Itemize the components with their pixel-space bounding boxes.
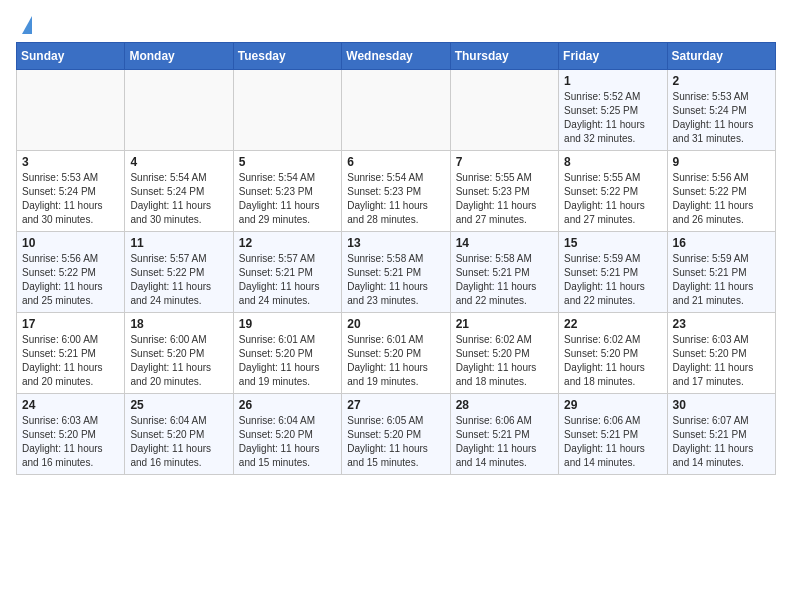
- day-info: Sunrise: 5:54 AM Sunset: 5:23 PM Dayligh…: [239, 171, 336, 227]
- day-info: Sunrise: 5:52 AM Sunset: 5:25 PM Dayligh…: [564, 90, 661, 146]
- calendar-cell: 10Sunrise: 5:56 AM Sunset: 5:22 PM Dayli…: [17, 232, 125, 313]
- calendar-cell: 13Sunrise: 5:58 AM Sunset: 5:21 PM Dayli…: [342, 232, 450, 313]
- day-number: 21: [456, 317, 553, 331]
- day-info: Sunrise: 6:03 AM Sunset: 5:20 PM Dayligh…: [22, 414, 119, 470]
- weekday-header-friday: Friday: [559, 43, 667, 70]
- calendar-cell: 5Sunrise: 5:54 AM Sunset: 5:23 PM Daylig…: [233, 151, 341, 232]
- calendar-cell: 4Sunrise: 5:54 AM Sunset: 5:24 PM Daylig…: [125, 151, 233, 232]
- calendar-cell: [233, 70, 341, 151]
- day-info: Sunrise: 6:03 AM Sunset: 5:20 PM Dayligh…: [673, 333, 770, 389]
- day-number: 27: [347, 398, 444, 412]
- day-info: Sunrise: 5:57 AM Sunset: 5:22 PM Dayligh…: [130, 252, 227, 308]
- calendar-cell: 28Sunrise: 6:06 AM Sunset: 5:21 PM Dayli…: [450, 394, 558, 475]
- day-number: 20: [347, 317, 444, 331]
- day-info: Sunrise: 6:04 AM Sunset: 5:20 PM Dayligh…: [239, 414, 336, 470]
- calendar-week-3: 10Sunrise: 5:56 AM Sunset: 5:22 PM Dayli…: [17, 232, 776, 313]
- day-info: Sunrise: 6:01 AM Sunset: 5:20 PM Dayligh…: [347, 333, 444, 389]
- calendar-cell: 1Sunrise: 5:52 AM Sunset: 5:25 PM Daylig…: [559, 70, 667, 151]
- calendar-week-1: 1Sunrise: 5:52 AM Sunset: 5:25 PM Daylig…: [17, 70, 776, 151]
- calendar-cell: 26Sunrise: 6:04 AM Sunset: 5:20 PM Dayli…: [233, 394, 341, 475]
- calendar-cell: 23Sunrise: 6:03 AM Sunset: 5:20 PM Dayli…: [667, 313, 775, 394]
- day-number: 2: [673, 74, 770, 88]
- day-number: 3: [22, 155, 119, 169]
- logo-triangle-icon: [22, 16, 32, 34]
- calendar-cell: 2Sunrise: 5:53 AM Sunset: 5:24 PM Daylig…: [667, 70, 775, 151]
- day-number: 19: [239, 317, 336, 331]
- calendar-cell: 16Sunrise: 5:59 AM Sunset: 5:21 PM Dayli…: [667, 232, 775, 313]
- calendar-cell: 24Sunrise: 6:03 AM Sunset: 5:20 PM Dayli…: [17, 394, 125, 475]
- day-number: 22: [564, 317, 661, 331]
- day-number: 11: [130, 236, 227, 250]
- calendar-cell: 19Sunrise: 6:01 AM Sunset: 5:20 PM Dayli…: [233, 313, 341, 394]
- day-info: Sunrise: 5:57 AM Sunset: 5:21 PM Dayligh…: [239, 252, 336, 308]
- day-number: 6: [347, 155, 444, 169]
- day-number: 9: [673, 155, 770, 169]
- day-number: 13: [347, 236, 444, 250]
- day-info: Sunrise: 6:01 AM Sunset: 5:20 PM Dayligh…: [239, 333, 336, 389]
- calendar-cell: 14Sunrise: 5:58 AM Sunset: 5:21 PM Dayli…: [450, 232, 558, 313]
- weekday-header-saturday: Saturday: [667, 43, 775, 70]
- day-number: 17: [22, 317, 119, 331]
- calendar-body: 1Sunrise: 5:52 AM Sunset: 5:25 PM Daylig…: [17, 70, 776, 475]
- day-info: Sunrise: 5:54 AM Sunset: 5:23 PM Dayligh…: [347, 171, 444, 227]
- day-info: Sunrise: 6:02 AM Sunset: 5:20 PM Dayligh…: [564, 333, 661, 389]
- page-header: [16, 16, 776, 34]
- calendar-cell: 8Sunrise: 5:55 AM Sunset: 5:22 PM Daylig…: [559, 151, 667, 232]
- calendar-cell: 15Sunrise: 5:59 AM Sunset: 5:21 PM Dayli…: [559, 232, 667, 313]
- day-number: 29: [564, 398, 661, 412]
- day-number: 5: [239, 155, 336, 169]
- calendar-cell: 30Sunrise: 6:07 AM Sunset: 5:21 PM Dayli…: [667, 394, 775, 475]
- day-info: Sunrise: 6:02 AM Sunset: 5:20 PM Dayligh…: [456, 333, 553, 389]
- day-number: 23: [673, 317, 770, 331]
- day-number: 16: [673, 236, 770, 250]
- day-number: 4: [130, 155, 227, 169]
- calendar-header: SundayMondayTuesdayWednesdayThursdayFrid…: [17, 43, 776, 70]
- calendar-table: SundayMondayTuesdayWednesdayThursdayFrid…: [16, 42, 776, 475]
- day-number: 26: [239, 398, 336, 412]
- day-info: Sunrise: 5:58 AM Sunset: 5:21 PM Dayligh…: [456, 252, 553, 308]
- calendar-cell: [17, 70, 125, 151]
- calendar-cell: 21Sunrise: 6:02 AM Sunset: 5:20 PM Dayli…: [450, 313, 558, 394]
- calendar-cell: 9Sunrise: 5:56 AM Sunset: 5:22 PM Daylig…: [667, 151, 775, 232]
- calendar-cell: [450, 70, 558, 151]
- calendar-week-4: 17Sunrise: 6:00 AM Sunset: 5:21 PM Dayli…: [17, 313, 776, 394]
- day-number: 15: [564, 236, 661, 250]
- day-info: Sunrise: 5:56 AM Sunset: 5:22 PM Dayligh…: [22, 252, 119, 308]
- calendar-cell: 12Sunrise: 5:57 AM Sunset: 5:21 PM Dayli…: [233, 232, 341, 313]
- logo: [16, 16, 32, 34]
- calendar-cell: 27Sunrise: 6:05 AM Sunset: 5:20 PM Dayli…: [342, 394, 450, 475]
- day-info: Sunrise: 6:04 AM Sunset: 5:20 PM Dayligh…: [130, 414, 227, 470]
- day-info: Sunrise: 6:06 AM Sunset: 5:21 PM Dayligh…: [564, 414, 661, 470]
- calendar-cell: 20Sunrise: 6:01 AM Sunset: 5:20 PM Dayli…: [342, 313, 450, 394]
- day-number: 12: [239, 236, 336, 250]
- day-info: Sunrise: 5:56 AM Sunset: 5:22 PM Dayligh…: [673, 171, 770, 227]
- calendar-cell: 7Sunrise: 5:55 AM Sunset: 5:23 PM Daylig…: [450, 151, 558, 232]
- day-number: 18: [130, 317, 227, 331]
- day-info: Sunrise: 6:00 AM Sunset: 5:21 PM Dayligh…: [22, 333, 119, 389]
- day-info: Sunrise: 5:59 AM Sunset: 5:21 PM Dayligh…: [673, 252, 770, 308]
- day-info: Sunrise: 5:58 AM Sunset: 5:21 PM Dayligh…: [347, 252, 444, 308]
- day-info: Sunrise: 5:54 AM Sunset: 5:24 PM Dayligh…: [130, 171, 227, 227]
- weekday-header-sunday: Sunday: [17, 43, 125, 70]
- calendar-week-2: 3Sunrise: 5:53 AM Sunset: 5:24 PM Daylig…: [17, 151, 776, 232]
- day-number: 10: [22, 236, 119, 250]
- day-info: Sunrise: 5:53 AM Sunset: 5:24 PM Dayligh…: [22, 171, 119, 227]
- weekday-header-tuesday: Tuesday: [233, 43, 341, 70]
- day-number: 30: [673, 398, 770, 412]
- day-number: 14: [456, 236, 553, 250]
- calendar-cell: 29Sunrise: 6:06 AM Sunset: 5:21 PM Dayli…: [559, 394, 667, 475]
- weekday-header-row: SundayMondayTuesdayWednesdayThursdayFrid…: [17, 43, 776, 70]
- day-info: Sunrise: 5:53 AM Sunset: 5:24 PM Dayligh…: [673, 90, 770, 146]
- day-info: Sunrise: 6:07 AM Sunset: 5:21 PM Dayligh…: [673, 414, 770, 470]
- calendar-cell: 17Sunrise: 6:00 AM Sunset: 5:21 PM Dayli…: [17, 313, 125, 394]
- day-number: 25: [130, 398, 227, 412]
- day-info: Sunrise: 6:06 AM Sunset: 5:21 PM Dayligh…: [456, 414, 553, 470]
- day-number: 7: [456, 155, 553, 169]
- day-info: Sunrise: 6:00 AM Sunset: 5:20 PM Dayligh…: [130, 333, 227, 389]
- day-number: 24: [22, 398, 119, 412]
- calendar-cell: 25Sunrise: 6:04 AM Sunset: 5:20 PM Dayli…: [125, 394, 233, 475]
- day-number: 28: [456, 398, 553, 412]
- weekday-header-thursday: Thursday: [450, 43, 558, 70]
- day-info: Sunrise: 6:05 AM Sunset: 5:20 PM Dayligh…: [347, 414, 444, 470]
- calendar-cell: 11Sunrise: 5:57 AM Sunset: 5:22 PM Dayli…: [125, 232, 233, 313]
